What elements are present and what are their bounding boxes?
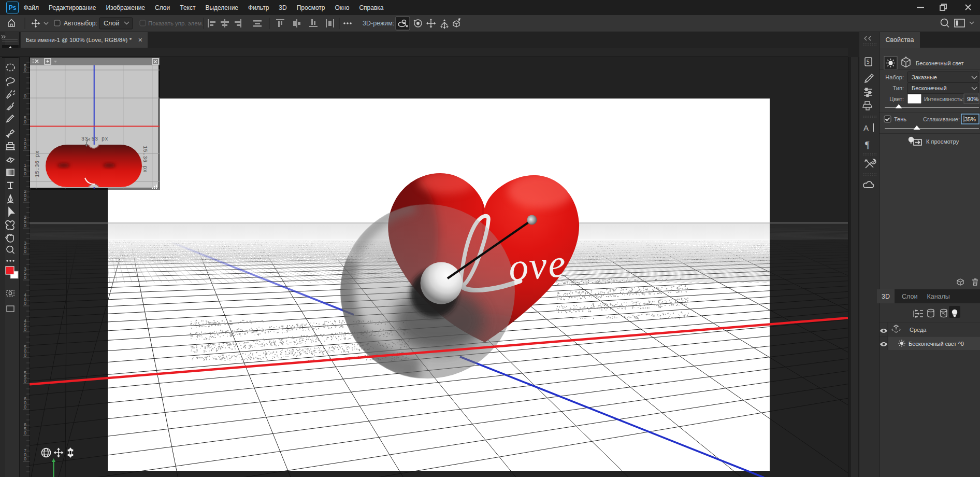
svg-text:200: 200 [24, 189, 26, 202]
svg-text:ove: ove [507, 241, 567, 289]
svg-text:650: 650 [24, 422, 26, 436]
svg-text:100: 100 [24, 137, 26, 150]
svg-text:50: 50 [24, 115, 26, 124]
svg-text:Бесконечный свет ^0: Бесконечный свет ^0 [909, 341, 964, 347]
svg-text:50: 50 [24, 63, 26, 73]
svg-text:A: A [863, 123, 869, 132]
svg-text:Показать упр. элем.: Показать упр. элем. [148, 20, 204, 26]
svg-text:Сглаживание:: Сглаживание: [923, 116, 960, 122]
svg-text:3D-режим:: 3D-режим: [363, 20, 394, 27]
svg-text:Автовыбор:: Автовыбор: [64, 20, 97, 27]
svg-text:Цвет:: Цвет: [889, 96, 904, 102]
svg-text:15.36 px: 15.36 px [35, 150, 40, 177]
svg-text:Набор:: Набор: [885, 74, 904, 80]
svg-text:150: 150 [24, 163, 26, 176]
svg-text:Среда: Среда [910, 327, 927, 333]
svg-text:15.36 px: 15.36 px [142, 146, 148, 173]
svg-text:350: 350 [24, 266, 26, 280]
svg-text:Заказные: Заказные [912, 74, 937, 80]
svg-text:600: 600 [24, 396, 26, 410]
svg-text:Слой: Слой [104, 20, 119, 27]
svg-text:0: 0 [24, 93, 26, 99]
svg-text:Бесконечный свет: Бесконечный свет [916, 60, 964, 66]
svg-text:90%: 90% [967, 96, 978, 102]
svg-text:500: 500 [24, 344, 26, 358]
svg-text:250: 250 [24, 215, 26, 228]
svg-text:700: 700 [24, 448, 26, 461]
svg-text:Тень: Тень [894, 116, 906, 122]
svg-text:5: 5 [867, 59, 870, 65]
svg-text:¶: ¶ [865, 139, 870, 150]
svg-text:Интенсивность:: Интенсивность: [924, 96, 963, 102]
svg-text:35%: 35% [964, 116, 976, 122]
svg-text:300: 300 [24, 241, 26, 254]
svg-text:Тип:: Тип: [893, 85, 904, 91]
svg-text:Бесконечный: Бесконечный [912, 85, 947, 91]
svg-text:400: 400 [24, 292, 26, 306]
svg-text:450: 450 [24, 318, 26, 332]
svg-text:33.53 px: 33.53 px [81, 136, 108, 142]
svg-text:К просмотру: К просмотру [926, 138, 959, 145]
svg-text:550: 550 [24, 370, 26, 384]
